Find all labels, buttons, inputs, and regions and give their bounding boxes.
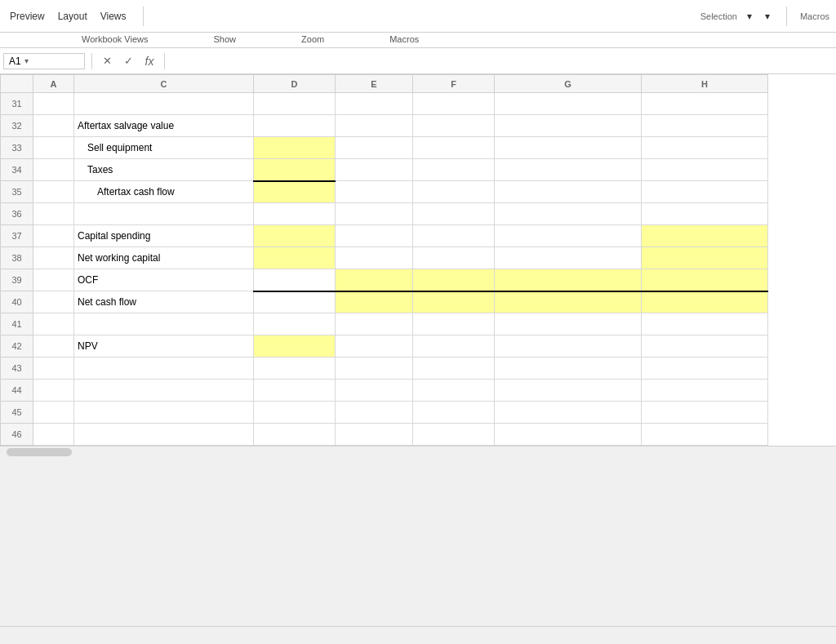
cell-f35[interactable] [413,181,495,203]
cell-e39[interactable] [336,269,413,291]
cell-f33[interactable] [413,137,495,159]
cell-a41[interactable] [33,313,74,335]
formula-fx-icon[interactable]: fx [141,55,158,68]
cell-g38[interactable] [495,247,642,269]
cell-a45[interactable] [33,402,74,424]
cell-g31[interactable] [495,93,642,115]
col-header-E[interactable]: E [336,75,413,93]
cell-e42[interactable] [336,335,413,358]
cell-e35[interactable] [336,181,413,203]
cell-d31[interactable] [254,93,336,115]
cell-a39[interactable] [33,269,74,291]
cell-h33[interactable] [642,137,768,159]
scrollbar-thumb[interactable] [7,448,72,456]
cell-f39[interactable] [413,269,495,291]
cell-d45[interactable] [254,402,336,424]
cell-h32[interactable] [642,115,768,137]
cell-e44[interactable] [336,380,413,402]
cell-f31[interactable] [413,93,495,115]
cell-a36[interactable] [33,203,74,225]
cell-g35[interactable] [495,181,642,203]
cell-h39[interactable] [642,269,768,291]
cell-d38[interactable] [254,247,336,269]
formula-input[interactable] [171,53,833,69]
cell-f41[interactable] [413,313,495,335]
cell-c36[interactable] [74,203,254,225]
cell-c37[interactable]: Capital spending [74,225,254,247]
cell-a42[interactable] [33,335,74,358]
cell-e37[interactable] [336,225,413,247]
cell-d34[interactable] [254,159,336,181]
cell-c31[interactable] [74,93,254,115]
cell-h34[interactable] [642,159,768,181]
cell-c42[interactable]: NPV [74,335,254,358]
cell-h40[interactable] [642,291,768,313]
zoom-extra-btn[interactable]: ▾ [762,9,773,24]
cell-f44[interactable] [413,380,495,402]
cell-h45[interactable] [642,402,768,424]
cell-f40[interactable] [413,291,495,313]
cell-c44[interactable] [74,380,254,402]
cell-h44[interactable] [642,380,768,402]
cell-d36[interactable] [254,203,336,225]
cell-g32[interactable] [495,115,642,137]
cell-g33[interactable] [495,137,642,159]
cell-e45[interactable] [336,402,413,424]
cell-f45[interactable] [413,402,495,424]
cell-d40[interactable] [254,291,336,313]
preview-button[interactable]: Preview [7,9,48,24]
cell-g45[interactable] [495,402,642,424]
col-header-F[interactable]: F [413,75,495,93]
cell-d39[interactable] [254,269,336,291]
cell-d32[interactable] [254,115,336,137]
cell-a34[interactable] [33,159,74,181]
cell-g36[interactable] [495,203,642,225]
col-header-C[interactable]: C [74,75,254,93]
cell-d43[interactable] [254,358,336,380]
cell-d33[interactable] [254,137,336,159]
name-box[interactable]: A1 ▾ [3,53,85,69]
cell-e43[interactable] [336,358,413,380]
cell-f43[interactable] [413,358,495,380]
cell-g42[interactable] [495,335,642,358]
cell-c46[interactable] [74,424,254,446]
cell-e41[interactable] [336,313,413,335]
cell-f46[interactable] [413,424,495,446]
cell-f38[interactable] [413,247,495,269]
cell-c45[interactable] [74,402,254,424]
cell-g39[interactable] [495,269,642,291]
cell-g41[interactable] [495,313,642,335]
cell-e33[interactable] [336,137,413,159]
col-header-G[interactable]: G [495,75,642,93]
cell-c40[interactable]: Net cash flow [74,291,254,313]
cell-g46[interactable] [495,424,642,446]
cell-c35[interactable]: Aftertax cash flow [74,181,254,203]
cell-h46[interactable] [642,424,768,446]
cell-e34[interactable] [336,159,413,181]
cell-h42[interactable] [642,335,768,358]
cell-g40[interactable] [495,291,642,313]
cell-e38[interactable] [336,247,413,269]
cell-c43[interactable] [74,358,254,380]
cell-a43[interactable] [33,358,74,380]
cell-h37[interactable] [642,225,768,247]
cell-d44[interactable] [254,380,336,402]
cell-a40[interactable] [33,291,74,313]
cell-d46[interactable] [254,424,336,446]
cell-f32[interactable] [413,115,495,137]
cell-a46[interactable] [33,424,74,446]
cell-h31[interactable] [642,93,768,115]
formula-confirm-icon[interactable]: ✓ [120,55,136,67]
cell-a33[interactable] [33,137,74,159]
cell-d41[interactable] [254,313,336,335]
layout-button[interactable]: Layout [55,9,91,24]
cell-g34[interactable] [495,159,642,181]
cell-e36[interactable] [336,203,413,225]
horizontal-scrollbar[interactable] [0,446,836,457]
cell-d35[interactable] [254,181,336,203]
cell-a38[interactable] [33,247,74,269]
cell-e31[interactable] [336,93,413,115]
formula-cancel-icon[interactable]: ✕ [99,55,115,67]
cell-a44[interactable] [33,380,74,402]
cell-g44[interactable] [495,380,642,402]
